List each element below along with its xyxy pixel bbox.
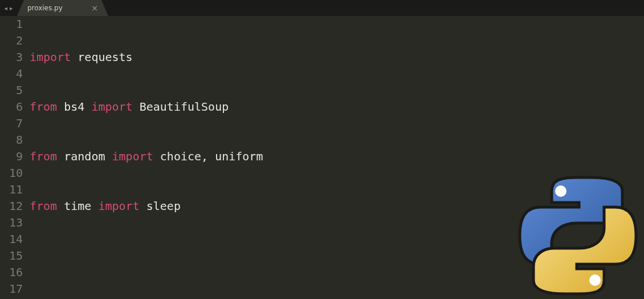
line-number: 11 (0, 181, 23, 198)
line-number: 1 (0, 16, 23, 33)
line-number-gutter: 1 2 3 4 5 6 7 8 9 10 11 12 13 14 15 16 1… (0, 16, 30, 299)
code-line: import requests (30, 49, 644, 66)
svg-point-0 (555, 185, 566, 197)
svg-point-1 (589, 274, 601, 286)
tab-prev-icon[interactable]: ◂ (3, 3, 8, 13)
tab-nav-arrows: ◂ ▸ (0, 3, 17, 13)
line-number: 7 (0, 115, 23, 132)
python-logo-icon (515, 170, 641, 299)
code-line: from random import choice, uniform (30, 148, 644, 165)
line-number: 2 (0, 33, 23, 49)
code-line: from bs4 import BeautifulSoup (30, 99, 644, 115)
line-number: 3 (0, 49, 23, 66)
line-number: 16 (0, 264, 23, 281)
line-number: 4 (0, 66, 23, 82)
line-number: 12 (0, 198, 23, 215)
line-number: 8 (0, 132, 23, 148)
line-number: 14 (0, 231, 23, 248)
close-icon[interactable]: × (91, 3, 98, 13)
line-number: 5 (0, 82, 23, 99)
line-number: 9 (0, 148, 23, 165)
tab-next-icon[interactable]: ▸ (9, 3, 13, 13)
line-number: 17 (0, 281, 23, 297)
line-number: 15 (0, 248, 23, 264)
file-tab[interactable]: proxies.py × (17, 0, 108, 16)
line-number: 6 (0, 99, 23, 115)
tab-filename: proxies.py (27, 4, 63, 12)
tab-bar: ◂ ▸ proxies.py × (0, 0, 644, 16)
line-number: 13 (0, 215, 23, 231)
line-number: 10 (0, 165, 23, 181)
